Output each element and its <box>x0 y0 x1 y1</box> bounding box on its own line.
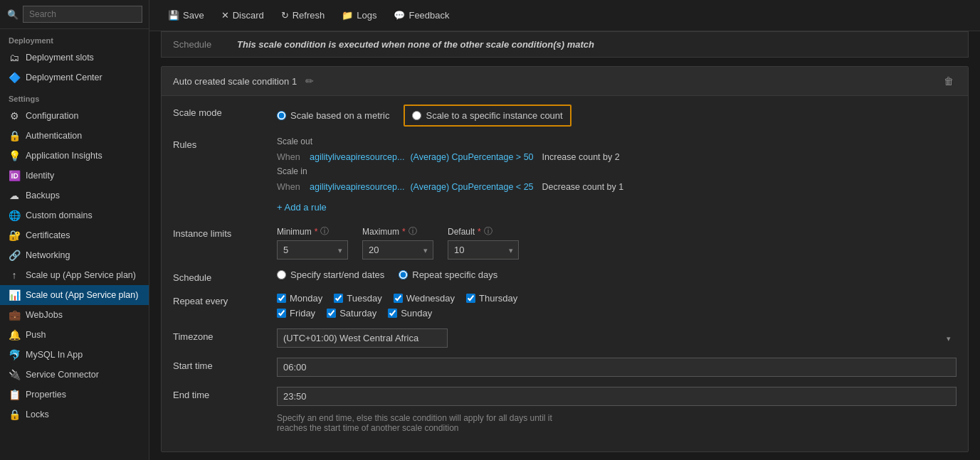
saturday-label: Saturday <box>339 308 376 319</box>
default-required-star: * <box>478 227 481 237</box>
locks-icon: 🔒 <box>9 409 20 420</box>
add-rule-button[interactable]: + Add a rule <box>277 199 957 215</box>
monday-option[interactable]: Monday <box>277 293 322 304</box>
sidebar-item-custom-domains[interactable]: 🌐 Custom domains <box>0 205 149 225</box>
end-time-input[interactable] <box>277 387 957 406</box>
maximum-select-wrapper: 20 <box>362 240 433 260</box>
repeat-days-radio[interactable] <box>399 270 408 279</box>
search-input[interactable] <box>23 6 142 23</box>
rule-in-metric: (Average) CpuPercentage < 25 <box>410 182 533 192</box>
sidebar-item-configuration[interactable]: ⚙ Configuration <box>0 106 149 126</box>
specify-dates-radio[interactable] <box>277 270 286 279</box>
logs-button[interactable]: 📁 Logs <box>334 6 384 24</box>
sidebar-item-application-insights[interactable]: 💡 Application Insights <box>0 146 149 166</box>
maximum-info-icon[interactable]: ⓘ <box>409 225 417 237</box>
monday-checkbox[interactable] <box>277 294 286 303</box>
schedule-label: Schedule <box>173 39 230 50</box>
sidebar-item-label: Push <box>26 330 46 340</box>
tuesday-label: Tuesday <box>347 293 381 304</box>
sidebar-item-webjobs[interactable]: 💼 WebJobs <box>0 305 149 325</box>
timezone-row: Timezone (UTC+01:00) West Central Africa <box>173 328 957 348</box>
tuesday-checkbox[interactable] <box>334 294 343 303</box>
add-rule-label: + Add a rule <box>277 202 327 213</box>
sidebar-item-deployment-slots[interactable]: 🗂 Deployment slots <box>0 48 149 68</box>
scale-to-specific-option[interactable]: Scale to a specific instance count <box>404 105 571 127</box>
scale-mode-label: Scale mode <box>173 105 265 118</box>
sidebar-item-locks[interactable]: 🔒 Locks <box>0 405 149 424</box>
repeat-every-row: Repeat every Monday Tuesday <box>173 293 957 319</box>
scale-based-metric-radio[interactable] <box>277 111 286 120</box>
scale-mode-options: Scale based on a metric Scale to a speci… <box>277 105 957 127</box>
scale-to-specific-label: Scale to a specific instance count <box>426 110 562 121</box>
timezone-select[interactable]: (UTC+01:00) West Central Africa <box>277 328 448 348</box>
default-select[interactable]: 10 <box>448 240 519 260</box>
minimum-select[interactable]: 5 <box>277 240 348 260</box>
sidebar-item-service-connector[interactable]: 🔌 Service Connector <box>0 365 149 385</box>
sidebar-item-label: Identity <box>26 171 54 181</box>
sidebar-item-identity[interactable]: 🆔 Identity <box>0 166 149 186</box>
sidebar-item-label: Scale up (App Service plan) <box>26 270 136 280</box>
sidebar-item-authentication[interactable]: 🔒 Authentication <box>0 126 149 146</box>
monday-label: Monday <box>290 293 322 304</box>
sidebar-item-properties[interactable]: 📋 Properties <box>0 385 149 405</box>
minimum-info-icon[interactable]: ⓘ <box>320 225 329 237</box>
scale-mode-row: Scale mode Scale based on a metric Scale… <box>173 105 957 127</box>
main-content: 💾 Save ✕ Discard ↻ Refresh 📁 Logs 💬 Feed… <box>149 0 980 460</box>
sidebar-item-push[interactable]: 🔔 Push <box>0 325 149 345</box>
save-icon: 💾 <box>168 10 179 21</box>
maximum-select[interactable]: 20 <box>362 240 433 260</box>
sidebar-item-backups[interactable]: ☁ Backups <box>0 186 149 205</box>
friday-option[interactable]: Friday <box>277 308 315 319</box>
end-time-label: End time <box>173 387 265 400</box>
sidebar-search-bar[interactable]: 🔍 ❮❮ <box>0 0 149 29</box>
refresh-button[interactable]: ↻ Refresh <box>274 6 332 24</box>
tuesday-option[interactable]: Tuesday <box>334 293 381 304</box>
scale-based-metric-option[interactable]: Scale based on a metric <box>277 110 389 121</box>
wednesday-label: Wednesday <box>406 293 455 304</box>
end-time-note: Specify an end time, else this scale con… <box>277 413 562 433</box>
application-insights-icon: 💡 <box>9 150 20 161</box>
save-button[interactable]: 💾 Save <box>161 6 211 24</box>
sidebar-item-label: Networking <box>26 250 70 260</box>
sidebar-item-certificates[interactable]: 🔐 Certificates <box>0 225 149 245</box>
sidebar-item-deployment-center[interactable]: 🔷 Deployment Center <box>0 68 149 87</box>
feedback-button[interactable]: 💬 Feedback <box>386 6 456 24</box>
push-icon: 🔔 <box>9 329 20 341</box>
discard-button[interactable]: ✕ Discard <box>214 6 271 24</box>
minimum-select-wrapper: 5 <box>277 240 348 260</box>
sidebar-item-networking[interactable]: 🔗 Networking <box>0 245 149 265</box>
saturday-option[interactable]: Saturday <box>327 308 376 319</box>
sunday-option[interactable]: Sunday <box>388 308 432 319</box>
repeat-days-option[interactable]: Repeat specific days <box>399 269 497 280</box>
days-row-1: Monday Tuesday Wednesday <box>277 293 957 304</box>
timezone-select-wrapper: (UTC+01:00) West Central Africa <box>277 328 957 348</box>
start-time-input[interactable] <box>277 358 957 377</box>
friday-checkbox[interactable] <box>277 309 286 318</box>
edit-condition-button[interactable]: ✏ <box>302 74 317 88</box>
end-time-row: End time Specify an end time, else this … <box>173 387 957 433</box>
search-icon: 🔍 <box>7 9 19 20</box>
thursday-option[interactable]: Thursday <box>466 293 517 304</box>
schedule-banner: Schedule This scale condition is execute… <box>161 31 969 58</box>
end-time-content: Specify an end time, else this scale con… <box>277 387 957 433</box>
repeat-every-label: Repeat every <box>173 293 265 306</box>
schedule-options: Specify start/end dates Repeat specific … <box>277 269 957 280</box>
wednesday-option[interactable]: Wednesday <box>394 293 455 304</box>
default-info-icon[interactable]: ⓘ <box>484 225 492 237</box>
specify-dates-option[interactable]: Specify start/end dates <box>277 269 384 280</box>
specify-dates-label: Specify start/end dates <box>290 269 384 280</box>
sidebar-item-scale-out[interactable]: 📊 Scale out (App Service plan) <box>0 285 149 305</box>
properties-icon: 📋 <box>9 389 20 400</box>
thursday-checkbox[interactable] <box>466 294 475 303</box>
sunday-checkbox[interactable] <box>388 309 397 318</box>
sidebar-item-scale-up[interactable]: ↑ Scale up (App Service plan) <box>0 265 149 285</box>
sidebar-item-label: Application Insights <box>26 151 102 161</box>
saturday-checkbox[interactable] <box>327 309 336 318</box>
scale-to-specific-radio[interactable] <box>412 111 421 120</box>
scale-condition-card: Auto created scale condition 1 ✏ 🗑 Scale… <box>161 66 969 452</box>
wednesday-checkbox[interactable] <box>394 294 403 303</box>
sidebar-item-mysql-in-app[interactable]: 🐬 MySQL In App <box>0 345 149 365</box>
instance-limits-content: Minimum * ⓘ 5 <box>277 225 957 260</box>
timezone-label: Timezone <box>173 328 265 342</box>
delete-condition-button[interactable]: 🗑 <box>941 74 957 88</box>
